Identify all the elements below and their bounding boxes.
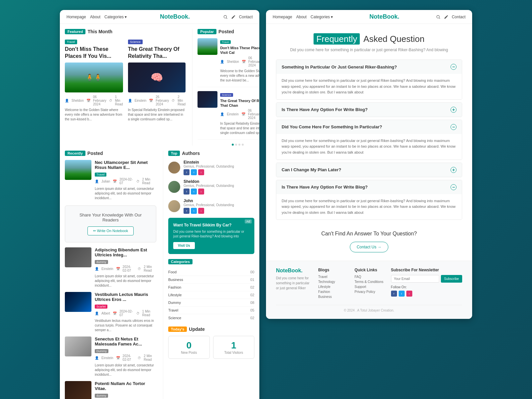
author-fb-2[interactable]: f xyxy=(184,189,190,195)
faq-question-1[interactable]: Something In Particular Or Just General … xyxy=(276,60,462,74)
nav-about[interactable]: About xyxy=(90,15,100,19)
faq-question-3[interactable]: Did You Come Here For Something In Parti… xyxy=(276,120,462,134)
popular-meta-2: 👤Einstein 📅06 February 2024 ⏱2 Min Read xyxy=(220,109,259,120)
recent-info-2: Adipiscing Bibendum Est Ultricies Integ.… xyxy=(95,247,156,288)
footer-blog-2[interactable]: Technology xyxy=(318,280,348,284)
card1-excerpt: Welcome to the Golden State where every … xyxy=(65,108,123,122)
faq-question-5[interactable]: Is There Have Any Option For Write Blog?… xyxy=(276,180,462,194)
footer-blog-5[interactable]: Business xyxy=(318,295,348,299)
author-tw-2[interactable]: t xyxy=(191,189,197,195)
author-item-1: Einstein Genius, Professional, Outstandi… xyxy=(168,160,254,175)
faq-q3-text: Did You Come Here For Something In Parti… xyxy=(282,124,382,129)
ad-banner: Ad Want To Travel Sikkim By Car? Did you… xyxy=(168,218,254,254)
top-badge: Top xyxy=(168,151,180,156)
footer-blogs-list: Travel Technology Lifestyle Fashion Busi… xyxy=(318,275,348,299)
recent-info-4: Senectus Et Netus Et Malesuada Fames Ac.… xyxy=(95,336,156,377)
cat-science: Science 02 xyxy=(168,314,254,322)
footer-socials: f t i xyxy=(391,291,462,297)
nav-contact[interactable]: Contact xyxy=(239,15,253,19)
author-tw-3[interactable]: t xyxy=(191,208,197,214)
right-nav-links: Homepage About Categories ▾ xyxy=(273,15,333,19)
popular-title-1: Don't Miss These Places If You Visit Cal xyxy=(220,46,259,55)
faq-toggle-4[interactable]: + xyxy=(451,167,457,173)
dot-4[interactable] xyxy=(242,144,244,146)
ad-label: Ad xyxy=(245,219,252,223)
faq-title: Frequently Asked Question xyxy=(279,34,459,44)
new-posts-card: 0 New Posts xyxy=(168,336,210,359)
ad-btn[interactable]: Visit Us xyxy=(173,242,195,249)
redit-icon[interactable] xyxy=(444,15,449,19)
card1-category: Travel xyxy=(65,40,77,44)
footer-blog-1[interactable]: Travel xyxy=(318,275,348,279)
recent-cat-3: Scarlet xyxy=(95,305,107,309)
email-input[interactable] xyxy=(391,275,439,283)
footer-ql-2[interactable]: Terms & Conditions xyxy=(354,280,384,284)
contact-us-btn[interactable]: Contact Us → xyxy=(350,242,389,252)
author-fb-1[interactable]: f xyxy=(184,169,190,175)
author-desc-2: Genius, Professional, Outstanding xyxy=(184,184,234,188)
popular-title-2: The Great Theory Of Relativity That Chan xyxy=(220,98,259,108)
footer-tw[interactable]: t xyxy=(399,291,405,297)
recent-excerpt-3: Vestibulum lectus mauris ultrices eros i… xyxy=(95,319,156,332)
author-desc-3: Genius, Professional, Outstanding xyxy=(184,203,234,207)
recent-title-2: Adipiscing Bibendum Est Ultricies Integ.… xyxy=(95,247,156,257)
categories-list: Food 00 Business 01 Fashion 02 Lifestyle… xyxy=(168,268,254,322)
recent-item-3: Vestibulum Lectus Mauris Ultrices Eros .… xyxy=(65,292,156,332)
nav-categories[interactable]: Categories ▾ xyxy=(104,15,127,19)
footer-ql-4[interactable]: Privacy Policy xyxy=(354,290,384,294)
popular-img-1 xyxy=(198,38,217,55)
author-fb-3[interactable]: f xyxy=(184,208,190,214)
featured-header: Featured This Month xyxy=(65,29,186,34)
recent-item-2: Adipiscing Bibendum Est Ultricies Integ.… xyxy=(65,247,156,288)
faq-toggle-5[interactable]: − xyxy=(451,184,457,190)
card2-image: 🧠 xyxy=(128,63,186,92)
author-name-2: Sheldon xyxy=(184,179,234,184)
rsearch-icon[interactable] xyxy=(436,15,441,19)
author-item-2: Sheldon Genius, Professional, Outstandin… xyxy=(168,179,254,195)
rnav-about[interactable]: About xyxy=(296,15,307,19)
footer-blog-3[interactable]: Lifestyle xyxy=(318,285,348,289)
faq-toggle-2[interactable]: + xyxy=(451,107,457,113)
write-btn[interactable]: ✏ Write On Notebook xyxy=(87,226,134,235)
dot-3[interactable] xyxy=(238,144,240,146)
card2-title: The Great Theory Of Relativity Tha... xyxy=(128,46,186,60)
rnav-categories[interactable]: Categories ▾ xyxy=(311,15,333,19)
faq-question-4[interactable]: Can I Change My Plan Later? + xyxy=(276,163,462,177)
footer-grid: NoteBook. Did you come here for somethin… xyxy=(276,268,462,300)
popular-suffix: Posted xyxy=(218,29,234,34)
author-ig-3[interactable]: i xyxy=(198,208,204,214)
recently-badge: Recently xyxy=(65,151,85,156)
faq-toggle-1[interactable]: − xyxy=(451,64,457,70)
author-tw-1[interactable]: t xyxy=(191,169,197,175)
popular-badge: Popular xyxy=(198,29,216,34)
footer-ig[interactable]: i xyxy=(406,291,412,297)
footer-fb[interactable]: f xyxy=(391,291,397,297)
footer-ql-1[interactable]: FAQ xyxy=(354,275,384,279)
dot-2[interactable] xyxy=(235,144,237,146)
faq-toggle-3[interactable]: − xyxy=(451,124,457,130)
author-ig-2[interactable]: i xyxy=(198,189,204,195)
footer-blogs-heading: Blogs xyxy=(318,268,348,272)
update-grid: 0 New Posts 1 Total Visitors xyxy=(168,336,254,359)
author-ig-1[interactable]: i xyxy=(198,169,204,175)
footer-newsletter-heading: Subscribe For Newsletter xyxy=(391,268,462,272)
svg-point-2 xyxy=(437,15,439,18)
footer-ql-3[interactable]: Support xyxy=(354,285,384,289)
cat-dummy: Dummy 08 xyxy=(168,299,254,307)
recent-item-1: Nec Ullamcorper Sit Amet Risus Nullam E.… xyxy=(65,160,156,200)
nav-homepage[interactable]: Homepage xyxy=(66,15,86,19)
faq-question-2[interactable]: Is There Have Any Option For Write Blog?… xyxy=(276,103,462,117)
email-subscribe: Subscribe xyxy=(391,275,462,283)
recent-meta-4: 👤Einstein 📅2024-02-07 ⏱2 Min Read xyxy=(95,354,156,361)
author-desc-1: Genius, Professional, Outstanding xyxy=(184,165,234,168)
rnav-homepage[interactable]: Homepage xyxy=(273,15,292,19)
search-icon[interactable] xyxy=(223,15,228,19)
edit-icon[interactable] xyxy=(231,15,236,19)
rnav-contact[interactable]: Contact xyxy=(452,15,466,19)
card2-excerpt: In Special Relativity Einstein proposed … xyxy=(128,108,186,122)
card1-title: Don't Miss These Places If You Vis... xyxy=(65,46,123,60)
subscribe-btn[interactable]: Subscribe xyxy=(441,275,462,283)
dot-1[interactable] xyxy=(232,144,234,146)
footer-blog-4[interactable]: Fashion xyxy=(318,290,348,294)
left-logo: NoteBook. xyxy=(160,13,190,20)
